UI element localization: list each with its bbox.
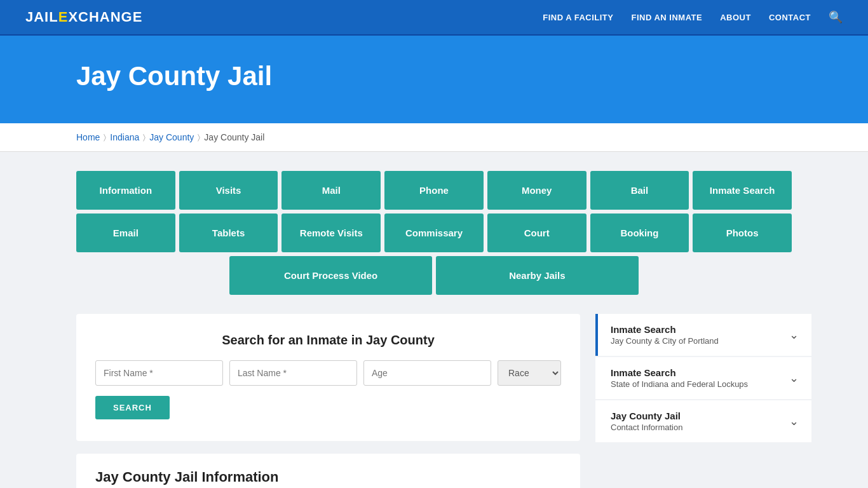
tile-tablets[interactable]: Tablets	[179, 214, 278, 252]
breadcrumb-current: Jay County Jail	[204, 132, 264, 142]
tile-nearby-jails[interactable]: Nearby Jails	[436, 256, 639, 295]
age-input[interactable]	[363, 360, 491, 386]
nav-contact[interactable]: CONTACT	[769, 13, 811, 22]
tile-mail[interactable]: Mail	[281, 171, 381, 210]
hero-section: Jay County Jail	[0, 36, 868, 123]
tile-information[interactable]: Information	[76, 171, 175, 210]
sidebar-item-2[interactable]: Jay County Jail Contact Information ⌄	[595, 400, 811, 442]
tile-money[interactable]: Money	[487, 171, 587, 210]
sidebar-item-0[interactable]: Inmate Search Jay County & City of Portl…	[595, 314, 811, 356]
content-area: Information Visits Mail Phone Money Bail…	[0, 152, 868, 488]
race-select[interactable]: Race All White Black Hispanic Asian Othe…	[498, 360, 561, 386]
info-title: Jay County Jail Information	[95, 469, 561, 485]
nav-find-inmate[interactable]: FIND AN INMATE	[631, 13, 702, 22]
nav-about[interactable]: ABOUT	[720, 13, 751, 22]
breadcrumb-home[interactable]: Home	[76, 132, 100, 142]
last-name-input[interactable]	[229, 360, 357, 386]
tile-phone[interactable]: Phone	[384, 171, 484, 210]
nav-links: FIND A FACILITY FIND AN INMATE ABOUT CON…	[543, 10, 843, 24]
sidebar-item-0-subtitle: Jay County & City of Portland	[611, 336, 719, 346]
tile-photos[interactable]: Photos	[693, 214, 792, 252]
tile-email[interactable]: Email	[76, 214, 175, 252]
navbar: JAILEXCHANGE FIND A FACILITY FIND AN INM…	[0, 0, 868, 36]
tile-court[interactable]: Court	[487, 214, 587, 252]
search-icon[interactable]: 🔍	[829, 11, 843, 24]
search-button[interactable]: SEARCH	[95, 396, 170, 419]
tile-remote-visits[interactable]: Remote Visits	[281, 214, 381, 252]
breadcrumb: Home 〉 Indiana 〉 Jay County 〉 Jay County…	[0, 123, 868, 152]
logo[interactable]: JAILEXCHANGE	[25, 9, 142, 25]
lower-section: Search for an Inmate in Jay County Race …	[76, 314, 792, 488]
search-card: Search for an Inmate in Jay County Race …	[76, 314, 580, 441]
sidebar-item-1[interactable]: Inmate Search State of Indiana and Feder…	[595, 357, 811, 399]
tile-row-2: Email Tablets Remote Visits Commissary C…	[76, 214, 792, 252]
sidebar: Inmate Search Jay County & City of Portl…	[595, 314, 811, 444]
info-section: Jay County Jail Information	[76, 454, 580, 488]
chevron-down-icon-0: ⌄	[789, 328, 799, 342]
sep-1: 〉	[104, 133, 106, 142]
sidebar-item-2-subtitle: Contact Information	[611, 423, 682, 432]
breadcrumb-jay-county[interactable]: Jay County	[149, 132, 194, 142]
sidebar-item-1-title: Inmate Search	[611, 367, 748, 378]
sidebar-item-2-title: Jay County Jail	[611, 410, 682, 421]
tile-court-process-video[interactable]: Court Process Video	[229, 256, 432, 295]
tile-row-1: Information Visits Mail Phone Money Bail…	[76, 171, 792, 210]
chevron-down-icon-1: ⌄	[789, 371, 799, 385]
sidebar-item-1-subtitle: State of Indiana and Federal Lockups	[611, 379, 748, 389]
tile-booking[interactable]: Booking	[590, 214, 689, 252]
page-title: Jay County Jail	[76, 61, 792, 92]
breadcrumb-indiana[interactable]: Indiana	[110, 132, 139, 142]
nav-find-facility[interactable]: FIND A FACILITY	[543, 13, 613, 22]
sep-2: 〉	[143, 133, 146, 142]
tile-bail[interactable]: Bail	[590, 171, 689, 210]
first-name-input[interactable]	[95, 360, 223, 386]
tile-row-3: Court Process Video Nearby Jails	[76, 256, 792, 295]
search-title: Search for an Inmate in Jay County	[95, 333, 561, 348]
search-inputs: Race All White Black Hispanic Asian Othe…	[95, 360, 561, 386]
sidebar-item-0-title: Inmate Search	[611, 324, 719, 335]
tile-commissary[interactable]: Commissary	[384, 214, 484, 252]
tile-inmate-search[interactable]: Inmate Search	[693, 171, 792, 210]
tile-visits[interactable]: Visits	[179, 171, 278, 210]
chevron-down-icon-2: ⌄	[789, 414, 799, 428]
sep-3: 〉	[198, 133, 200, 142]
